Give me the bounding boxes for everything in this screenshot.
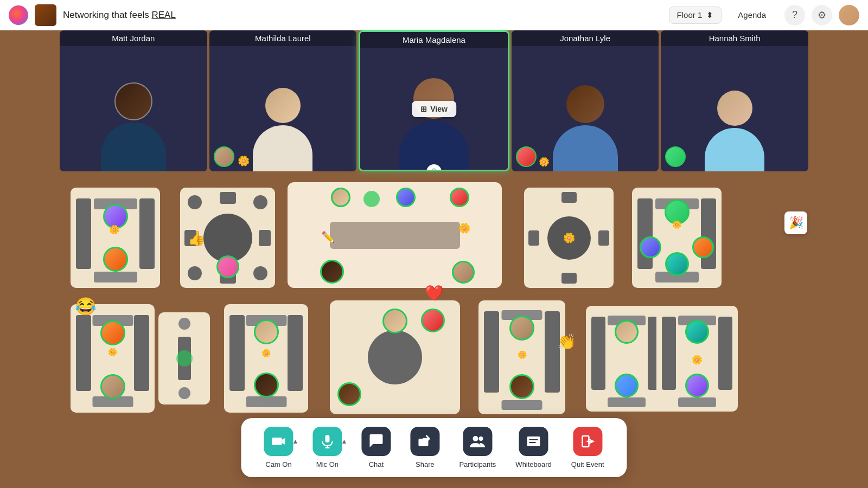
svg-marker-1 <box>282 438 285 445</box>
mic-button[interactable]: ▲ Mic On <box>303 427 352 468</box>
video-card-maria: Maria Magdalena ⊞ View 🔒 <box>359 30 509 171</box>
microphone-icon <box>312 427 342 456</box>
table-b6[interactable]: 🌼 <box>656 306 738 412</box>
floor-label: Floor 1 <box>677 10 703 20</box>
clap-reaction: 👏 <box>557 333 576 351</box>
seat-avatar <box>396 188 416 207</box>
participant-name-mathilda: Mathilda Laurel <box>209 30 357 46</box>
seat-avatar <box>254 319 279 344</box>
cam-label: Cam On <box>265 460 291 468</box>
video-card-matt: Matt Jordan <box>60 30 207 171</box>
cam-caret-icon[interactable]: ▲ <box>292 438 299 445</box>
table-5[interactable]: 🌼 <box>632 188 722 288</box>
video-feed-jonathan: 🌼 <box>512 46 659 171</box>
participants-icon <box>463 427 492 456</box>
view-label: View <box>430 105 448 113</box>
table-b3[interactable]: ❤️ <box>330 300 460 414</box>
seat-avatar <box>685 320 709 344</box>
video-card-jonathan: Jonathan Lyle 🌼 <box>512 30 659 171</box>
table-b1b[interactable] <box>158 312 210 404</box>
seat-avatar <box>450 188 469 207</box>
flowers-small: 🌼 <box>672 220 681 229</box>
seat-avatar <box>452 261 475 284</box>
seat-avatar <box>640 236 661 258</box>
table-flowers-b2: 🌼 <box>261 349 271 357</box>
floor-selector[interactable]: Floor 1 ⬍ <box>669 7 722 24</box>
party-reaction: 🎉 <box>784 211 807 234</box>
settings-button[interactable]: ⚙ <box>812 5 832 25</box>
table-b1[interactable]: 🌼 <box>71 304 155 413</box>
flowers-b4: 🌼 <box>518 350 527 359</box>
top-icons: ? ⚙ <box>784 5 859 25</box>
heart-reaction: ❤️ <box>425 284 444 302</box>
participants-label: Participants <box>459 460 496 468</box>
svg-point-7 <box>473 436 478 441</box>
chat-icon <box>361 427 391 456</box>
table-b2[interactable]: 🌼 <box>224 304 308 413</box>
seat-avatar <box>421 309 445 332</box>
empty-seat <box>363 191 380 207</box>
seat-avatar <box>615 320 639 344</box>
whiteboard-label: Whiteboard <box>515 460 551 468</box>
table-2[interactable]: 👍 <box>180 188 275 288</box>
table-flowers: 🌼 <box>458 222 470 234</box>
mic-caret-icon[interactable]: ▲ <box>341 438 348 445</box>
participant-name-matt: Matt Jordan <box>60 30 207 46</box>
video-card-hannah: Hannah Smith <box>661 30 808 171</box>
participants-button[interactable]: Participants <box>449 427 506 468</box>
seat-avatar <box>337 382 361 406</box>
svg-rect-9 <box>527 436 540 446</box>
table-4[interactable]: 🌼 <box>524 188 614 288</box>
svg-rect-0 <box>272 438 282 445</box>
event-title: Networking that feels REAL <box>63 10 176 21</box>
table-b5[interactable] <box>586 306 667 412</box>
share-label: Share <box>416 460 435 468</box>
view-button[interactable]: ⊞ View <box>412 101 456 117</box>
svg-rect-2 <box>325 435 329 442</box>
table-b4[interactable]: 🌼 👏 <box>478 300 565 414</box>
hopin-logo <box>9 5 28 25</box>
seat-avatar <box>320 260 344 284</box>
help-button[interactable]: ? <box>784 5 805 25</box>
seat-avatar <box>103 247 128 272</box>
seat-avatar <box>100 320 125 345</box>
chat-button[interactable]: Chat <box>352 427 400 468</box>
quit-button[interactable]: Quit Event <box>561 427 614 468</box>
user-avatar[interactable] <box>839 5 859 25</box>
agenda-button[interactable]: Agenda <box>730 7 774 23</box>
whiteboard-button[interactable]: Whiteboard <box>506 427 561 468</box>
floor-chevron-icon: ⬍ <box>706 10 713 20</box>
seat-avatar <box>509 374 534 399</box>
participant-name-maria: Maria Magdalena <box>360 32 508 48</box>
laugh-emoji-reaction: 😂 <box>75 296 97 317</box>
svg-rect-5 <box>418 439 428 446</box>
table-conference[interactable]: ✏️ 🌼 <box>288 182 502 288</box>
video-strip: Matt Jordan Mathilda Laurel 🌼 <box>60 30 808 171</box>
empty-seat <box>176 350 193 367</box>
video-feed-mathilda: 🌼 <box>209 46 357 171</box>
whiteboard-icon <box>519 427 548 456</box>
seat-avatar <box>382 309 407 333</box>
seat-avatar <box>665 252 689 276</box>
seat-avatar <box>692 236 714 258</box>
chat-label: Chat <box>369 460 384 468</box>
video-feed-matt <box>60 46 207 171</box>
participant-name-hannah: Hannah Smith <box>661 30 808 46</box>
camera-icon <box>264 427 293 456</box>
pencil-icon: ✏️ <box>321 230 335 243</box>
quit-icon <box>573 427 602 456</box>
share-button[interactable]: Share <box>400 427 449 468</box>
toolbar: ▲ Cam On ▲ Mic On <box>241 418 627 477</box>
video-card-mathilda: Mathilda Laurel 🌼 <box>209 30 357 171</box>
topbar: Networking that feels REAL Floor 1 ⬍ Age… <box>0 0 868 30</box>
event-thumbnail <box>35 4 56 26</box>
flowers-b6: 🌼 <box>692 355 703 365</box>
table-flowers-b1: 🌼 <box>108 348 117 356</box>
table-1[interactable]: 🌼 <box>71 188 160 288</box>
cam-button[interactable]: ▲ Cam On <box>254 427 303 468</box>
mic-label: Mic On <box>316 460 339 468</box>
participant-name-jonathan: Jonathan Lyle <box>512 30 659 46</box>
seat-avatar <box>685 374 709 397</box>
video-feed-maria: ⊞ View <box>360 48 508 170</box>
video-feed-hannah <box>661 46 808 171</box>
